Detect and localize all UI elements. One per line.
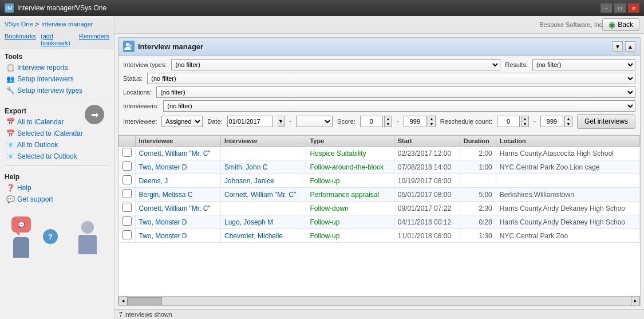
row-checkbox[interactable] [123,162,132,171]
close-button[interactable]: ✕ [628,3,639,13]
sidebar-item-selected-outlook[interactable]: 📧 Selected to Outlook [0,151,114,162]
results-select[interactable]: (no filter) [532,59,635,70]
sidebar-item-help[interactable]: ❓ Help [0,182,114,194]
cell-type: Follow-up [306,174,394,188]
row-checkbox[interactable] [123,148,132,157]
export-arrow-icon: ➡ [85,105,104,124]
resched-high-down[interactable]: ▼ [565,121,572,127]
add-bookmark-link[interactable]: (add bookmark) [41,33,74,46]
filter-row-3: Locations: (no filter) [123,86,635,98]
score-label: Score: [337,118,355,125]
scroll-right-btn[interactable]: ► [631,297,640,306]
sidebar-item-setup-interviewers[interactable]: 👥 Setup interviewers [0,73,114,85]
sidebar-item-selected-icalendar[interactable]: 📅 Selected to iCalendar [0,128,114,139]
score-low-up[interactable]: ▲ [385,116,392,121]
score-high-down[interactable]: ▼ [428,121,435,127]
interviewee-select[interactable]: Assigned [161,116,203,127]
cell-location: Harris County.Atascocita High School [496,147,639,160]
col-interviewee: Interviewee [135,136,220,147]
results-label: Results: [505,61,528,68]
table-container: Interviewee Interviewer Type Start Durat… [118,135,640,296]
cell-interviewer: Lugo, Joseph M [220,215,306,229]
nav-bar: VSys One > Interview manager [0,18,114,30]
resched-low-down[interactable]: ▼ [521,121,528,127]
cell-interviewer [220,202,306,215]
sidebar-item-setup-interview-types[interactable]: 🔧 Setup interview types [0,85,114,96]
panel-collapse-button[interactable]: ▲ [625,41,635,52]
cell-start: 02/23/2017 12:00 [394,147,460,160]
table-row[interactable]: Two, Monster DChevrolet, MichelleFollow-… [119,229,640,243]
table-row[interactable]: Bergin, Melissa CCornett, William "Mr. C… [119,188,640,202]
scrollbar-thumb[interactable] [128,297,162,305]
row-checkbox[interactable] [123,216,132,226]
table-body: Cornett, William "Mr. C"Hospice Suitabil… [119,147,640,243]
cell-duration: 0:28 [460,215,496,229]
support-icon: 💬 [6,195,15,204]
cell-start: 11/01/2018 08:00 [394,229,460,243]
date-from-btn[interactable]: ▼ [278,116,285,127]
table-row[interactable]: Deems, JJohnson, JaniceFollow-up10/19/20… [119,174,640,188]
row-checkbox[interactable] [123,203,132,212]
table-row[interactable]: Cornett, William "Mr. C"Hospice Suitabil… [119,147,640,160]
resched-high-group: ▲ ▼ [540,116,572,127]
nav-home[interactable]: VSys One [5,21,33,27]
reminders-link[interactable]: Reminders [79,33,109,46]
back-button[interactable]: ◉ Back [602,18,639,31]
cell-location: Harris County.Andy Dekaney High Schoo [496,215,639,229]
horizontal-scrollbar[interactable]: ◄ ► [118,296,640,305]
sidebar-item-get-support[interactable]: 💬 Get support [0,194,114,205]
row-checkbox[interactable] [123,230,132,239]
sidebar-item-all-outlook[interactable]: 📧 All to Outlook [0,139,114,151]
maximize-button[interactable]: □ [614,3,626,13]
resched-low-up[interactable]: ▲ [521,116,528,121]
sidebar: VSys One > Interview manager Bookmarks (… [0,16,114,319]
bookmarks-link[interactable]: Bookmarks [5,33,36,46]
panel-controls[interactable]: ▼ ▲ [613,41,635,52]
table-row[interactable]: Two, Monster DLugo, Joseph MFollow-up04/… [119,215,640,229]
status-select[interactable]: (no filter) [147,73,635,84]
scroll-left-btn[interactable]: ◄ [118,297,128,306]
resched-sep: - [534,117,536,125]
question-circle-icon: ? [43,229,58,244]
minimize-button[interactable]: – [600,3,612,13]
svg-point-1 [128,44,132,48]
cell-duration: 1:30 [460,229,496,243]
cell-start: 05/01/2017 08:00 [394,188,460,202]
panel-dropdown-button[interactable]: ▼ [613,41,623,52]
resched-high-spin[interactable]: ▲ ▼ [564,116,572,127]
interview-types-select[interactable]: (no filter) [171,59,500,70]
score-high-up[interactable]: ▲ [428,116,435,121]
col-start: Start [394,136,460,147]
date-to-select[interactable] [296,116,333,127]
row-checkbox[interactable] [123,189,132,198]
filter-row-1: Interview types: (no filter) Results: (n… [123,59,635,70]
status-text: 7 interviews shown [119,311,172,318]
cell-duration: 2:00 [460,147,496,160]
score-high-input[interactable] [404,116,426,127]
resched-low-spin[interactable]: ▲ ▼ [521,116,529,127]
status-bar: 7 interviews shown [114,309,644,319]
locations-select[interactable]: (no filter) [156,86,635,98]
score-high-spin[interactable]: ▲ ▼ [428,116,436,127]
date-from-input[interactable] [227,116,273,127]
sidebar-item-interview-reports[interactable]: 📋 Interview reports [0,62,114,73]
interviewers-select[interactable]: (no filter) [163,100,635,112]
filter-area: Interview types: (no filter) Results: (n… [118,56,640,135]
get-interviews-button[interactable]: Get interviews [577,114,635,129]
table-row[interactable]: Two, Monster DSmith, John CFollow-around… [119,160,640,174]
score-low-spin[interactable]: ▲ ▼ [384,116,392,127]
resched-low-input[interactable] [497,116,520,127]
report-icon: 📋 [6,63,15,72]
window-controls[interactable]: – □ ✕ [600,3,639,13]
cell-interviewee: Two, Monster D [135,215,220,229]
resched-label: Reschedule count: [440,118,492,125]
row-checkbox[interactable] [123,175,132,184]
table-row[interactable]: Cornett, William "Mr. C"Follow-down09/01… [119,202,640,215]
score-low-input[interactable] [360,116,383,127]
resched-high-input[interactable] [540,116,563,127]
resched-high-up[interactable]: ▲ [565,116,572,121]
nav-current[interactable]: Interview manager [41,21,93,27]
score-sep: - [397,117,399,125]
score-low-down[interactable]: ▼ [385,121,392,127]
icalendar-icon: 📅 [6,117,15,127]
